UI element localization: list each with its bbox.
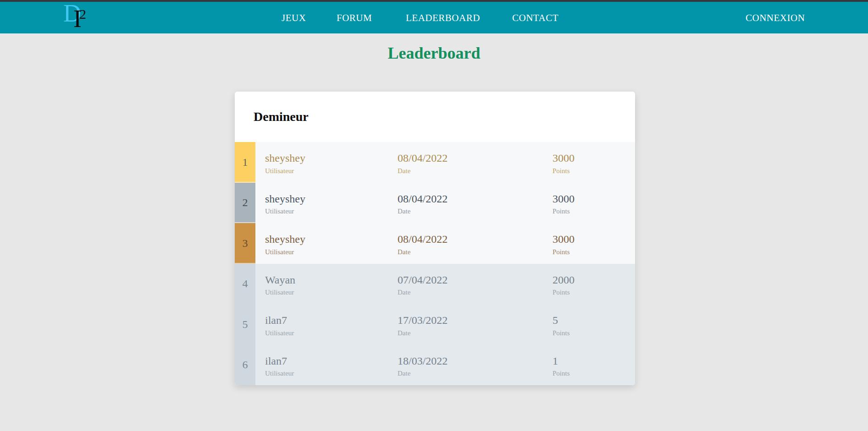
username-label: Utilisateur <box>265 207 398 215</box>
rank-badge: 5 <box>235 304 255 345</box>
points-label: Points <box>553 248 635 256</box>
leaderboard-row: 3 sheyshey Utilisateur 08/04/2022 Date 3… <box>235 223 635 264</box>
points-cell: 3000 Points <box>553 183 635 224</box>
row-cells: Wayan Utilisateur 07/04/2022 Date 2000 P… <box>255 264 635 305</box>
username-label: Utilisateur <box>265 288 398 296</box>
date-label: Date <box>398 288 553 296</box>
points-label: Points <box>553 288 635 296</box>
points-label: Points <box>553 329 635 337</box>
points-cell: 3000 Points <box>553 223 635 264</box>
points-cell: 1 Points <box>553 345 635 386</box>
card-header: Demineur <box>235 92 635 142</box>
date-value: 08/04/2022 <box>398 192 553 206</box>
date-label: Date <box>398 369 553 377</box>
row-cells: ilan7 Utilisateur 18/03/2022 Date 1 Poin… <box>255 345 635 386</box>
username-label: Utilisateur <box>265 167 398 175</box>
nav-link-jeux[interactable]: JEUX <box>282 12 306 23</box>
date-value: 08/04/2022 <box>398 152 553 165</box>
username-label: Utilisateur <box>265 248 398 256</box>
leaderboard-row: 1 sheyshey Utilisateur 08/04/2022 Date 3… <box>235 142 635 183</box>
nav-link-leaderboard[interactable]: LEADERBOARD <box>406 12 480 23</box>
username: sheyshey <box>265 152 398 165</box>
date-label: Date <box>398 248 553 256</box>
points-cell: 5 Points <box>553 304 635 345</box>
rank-badge: 1 <box>235 142 255 183</box>
leaderboard-card: Demineur 1 sheyshey Utilisateur 08/04/20… <box>235 92 635 385</box>
navbar: DI2 JEUX FORUM LEADERBOARD CONTACT CONNE… <box>0 2 868 33</box>
rank-badge: 6 <box>235 345 255 386</box>
nav-link-contact[interactable]: CONTACT <box>512 12 558 23</box>
username: ilan7 <box>265 314 398 327</box>
rank-badge: 4 <box>235 264 255 305</box>
row-cells: sheyshey Utilisateur 08/04/2022 Date 300… <box>255 142 635 183</box>
username: ilan7 <box>265 355 398 368</box>
points-value: 1 <box>553 355 635 368</box>
rank-badge: 2 <box>235 183 255 224</box>
date-value: 17/03/2022 <box>398 314 553 327</box>
user-cell: sheyshey Utilisateur <box>255 223 398 264</box>
date-cell: 08/04/2022 Date <box>398 142 553 183</box>
row-cells: ilan7 Utilisateur 17/03/2022 Date 5 Poin… <box>255 304 635 345</box>
date-cell: 08/04/2022 Date <box>398 183 553 224</box>
date-value: 18/03/2022 <box>398 355 553 368</box>
points-value: 3000 <box>553 192 635 206</box>
points-value: 3000 <box>553 233 635 246</box>
points-value: 3000 <box>553 152 635 165</box>
date-cell: 08/04/2022 Date <box>398 223 553 264</box>
page-title: Leaderboard <box>0 44 868 63</box>
date-cell: 07/04/2022 Date <box>398 264 553 305</box>
logo-superscript: 2 <box>79 6 86 22</box>
leaderboard-row: 2 sheyshey Utilisateur 08/04/2022 Date 3… <box>235 183 635 224</box>
points-cell: 2000 Points <box>553 264 635 305</box>
points-cell: 3000 Points <box>553 142 635 183</box>
date-cell: 17/03/2022 Date <box>398 304 553 345</box>
date-cell: 18/03/2022 Date <box>398 345 553 386</box>
username-label: Utilisateur <box>265 329 398 337</box>
username: sheyshey <box>265 233 398 246</box>
leaderboard-row: 6 ilan7 Utilisateur 18/03/2022 Date 1 Po… <box>235 345 635 386</box>
nav-link-forum[interactable]: FORUM <box>337 12 372 23</box>
username-label: Utilisateur <box>265 369 398 377</box>
row-cells: sheyshey Utilisateur 08/04/2022 Date 300… <box>255 223 635 264</box>
date-label: Date <box>398 329 553 337</box>
nav-link-connexion[interactable]: CONNEXION <box>746 12 805 23</box>
user-cell: sheyshey Utilisateur <box>255 142 398 183</box>
date-label: Date <box>398 207 553 215</box>
username: sheyshey <box>265 192 398 206</box>
leaderboard-row: 4 Wayan Utilisateur 07/04/2022 Date 2000… <box>235 264 635 305</box>
username: Wayan <box>265 273 398 287</box>
site-logo[interactable]: DI2 <box>63 1 86 26</box>
user-cell: ilan7 Utilisateur <box>255 304 398 345</box>
user-cell: sheyshey Utilisateur <box>255 183 398 224</box>
leaderboard-table: 1 sheyshey Utilisateur 08/04/2022 Date 3… <box>235 142 635 385</box>
points-label: Points <box>553 369 635 377</box>
game-title: Demineur <box>254 109 309 124</box>
user-cell: ilan7 Utilisateur <box>255 345 398 386</box>
row-cells: sheyshey Utilisateur 08/04/2022 Date 300… <box>255 183 635 224</box>
date-label: Date <box>398 167 553 175</box>
date-value: 08/04/2022 <box>398 233 553 246</box>
rank-badge: 3 <box>235 223 255 264</box>
points-value: 5 <box>553 314 635 327</box>
leaderboard-row: 5 ilan7 Utilisateur 17/03/2022 Date 5 Po… <box>235 304 635 345</box>
points-label: Points <box>553 207 635 215</box>
points-label: Points <box>553 167 635 175</box>
date-value: 07/04/2022 <box>398 273 553 287</box>
points-value: 2000 <box>553 273 635 287</box>
user-cell: Wayan Utilisateur <box>255 264 398 305</box>
